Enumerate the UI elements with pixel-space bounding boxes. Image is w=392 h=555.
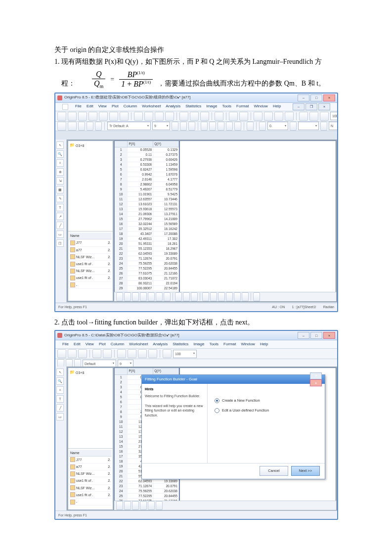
subscript-button[interactable] (209, 122, 216, 131)
project-item[interactable]: use1 fit of .2. (69, 492, 112, 499)
table-row[interactable]: 2051.9533118.261 (115, 241, 179, 246)
menu-format[interactable]: Format (236, 103, 249, 110)
tb2-cb[interactable] (148, 349, 157, 358)
menu-view[interactable]: View (98, 103, 107, 110)
font-dropdown[interactable]: Tr Default: A▾ (107, 122, 151, 130)
menu2-analysis[interactable]: Analysis (153, 341, 168, 348)
line-style-button[interactable] (259, 122, 266, 131)
menu-help[interactable]: Help (273, 103, 281, 110)
gt2-6[interactable] (156, 501, 163, 510)
template-library-button[interactable] (253, 292, 260, 301)
minimize-button[interactable]: – (298, 94, 309, 101)
table-row[interactable]: 2677.6107521.12166 (115, 271, 179, 276)
menu2-edit[interactable]: Edit (74, 341, 81, 348)
col-header-p[interactable]: P(X) (128, 141, 153, 147)
tb2-import[interactable] (92, 349, 101, 358)
spark-button[interactable] (242, 292, 249, 301)
project-item[interactable]: - (69, 282, 112, 289)
project-explorer-button[interactable] (254, 112, 262, 121)
table-row[interactable]: 72.01464.1777 (115, 177, 179, 182)
radio-icon[interactable] (215, 408, 219, 413)
open-button[interactable] (134, 112, 143, 121)
table-row[interactable]: 2783.0304321.71872 (115, 276, 179, 281)
waterfall-plot-button[interactable] (234, 292, 241, 301)
mdi-restore-button[interactable]: ❐ (305, 103, 317, 110)
table-row[interactable]: 95.492678.51779 (115, 187, 179, 192)
menu-edit[interactable]: Edit (87, 103, 93, 110)
mask-tool-icon[interactable]: ▦ (56, 186, 64, 193)
opt-n-dropdown[interactable]: N▾ (329, 122, 337, 130)
line-width-dropdown[interactable]: 0.▾ (267, 122, 288, 130)
ternary-plot-button[interactable] (218, 292, 225, 301)
text-tool-icon[interactable]: T (56, 204, 64, 211)
menu-tools[interactable]: Tools (222, 103, 231, 110)
table-row[interactable]: 1735.3251216.16242 (115, 227, 179, 231)
data-selector-icon[interactable]: ⇲ (56, 177, 64, 185)
italic-button[interactable] (180, 122, 187, 131)
project-folder[interactable]: O3+8 (70, 142, 111, 149)
mdi-minimize-button[interactable]: – (293, 103, 305, 110)
maximize-button-2[interactable]: □ (310, 332, 322, 339)
import-wizard-button[interactable] (179, 112, 188, 121)
table-row[interactable]: 82.988626.04958 (115, 182, 179, 187)
data-reader-icon[interactable]: + (56, 159, 64, 167)
image-plot-button[interactable] (191, 292, 198, 301)
polar-plot-button[interactable] (226, 292, 233, 301)
tb2-open[interactable] (68, 349, 77, 358)
superscript-button[interactable] (201, 122, 208, 131)
rectangle-tool-icon[interactable]: ▭ (56, 231, 64, 238)
menu2-view[interactable]: View (86, 341, 94, 348)
table-row[interactable]: 2155.1235318.2967 (115, 246, 179, 251)
greek-button[interactable] (218, 122, 224, 131)
cut-button[interactable] (78, 122, 85, 131)
save-template-button[interactable] (165, 112, 174, 121)
menu-statistics[interactable]: Statistics (185, 103, 201, 110)
3d-plot-button[interactable] (175, 292, 182, 301)
recalculate-button[interactable] (215, 112, 223, 121)
project-item[interactable]: J772. (69, 239, 112, 246)
table-row[interactable]: 10.055280.1329 (115, 147, 179, 152)
line-color-button[interactable] (290, 122, 297, 131)
tb2-log[interactable] (128, 349, 136, 358)
tb2-print[interactable] (103, 349, 112, 358)
table-row[interactable]: 1843.340717.20088 (115, 231, 179, 236)
close-button[interactable]: × (323, 94, 335, 101)
code-builder-button[interactable] (285, 112, 294, 121)
table-row[interactable]: 29100.0006722.54189 (115, 286, 179, 291)
table-row[interactable]: 40.533061.13459 (115, 162, 179, 167)
pointer-tool-icon-2[interactable]: ↖ (56, 369, 64, 376)
new-excel-button[interactable] (78, 112, 87, 121)
project-item[interactable]: - (69, 499, 112, 506)
menu2-plot[interactable]: Plot (99, 341, 106, 348)
line-tool-icon-2[interactable]: ╱ (56, 404, 64, 412)
menu-worksheet[interactable]: Worksheet (142, 103, 161, 110)
stock-plot-button[interactable] (202, 292, 209, 301)
line-symbol-button[interactable] (132, 292, 139, 301)
zoom-tool-icon-2[interactable]: 🔍 (56, 377, 64, 385)
project-item[interactable]: use1 fit of .2. (69, 275, 112, 281)
menu2-file[interactable]: File (62, 341, 69, 348)
menu2-statistics[interactable]: Statistics (173, 341, 188, 348)
table-row[interactable]: 2577.5229520.84455 (115, 494, 179, 499)
column-plot-button[interactable] (140, 292, 147, 301)
gt2-4[interactable] (140, 501, 147, 510)
project-item[interactable]: use1 fit of .2. (69, 261, 112, 268)
bar-plot-button[interactable] (148, 292, 155, 301)
arrow-tool-icon[interactable]: ↗ (56, 213, 64, 220)
new-graph-button[interactable] (88, 112, 97, 121)
text-tool-icon-2[interactable]: T (56, 395, 64, 403)
add-column-button[interactable] (299, 112, 308, 121)
fill-dropdown[interactable]: ▾ (298, 122, 319, 130)
line-tool-icon[interactable]: ╱ (56, 222, 64, 229)
area-plot-button[interactable] (156, 292, 163, 301)
cancel-button[interactable]: Cancel (260, 466, 288, 476)
fill-color-button[interactable] (320, 122, 327, 131)
project-item[interactable]: NLSF Wiz...2. (69, 470, 112, 477)
maximize-button[interactable]: □ (310, 94, 322, 101)
tb2-refresh[interactable] (163, 349, 172, 358)
new-notes-button[interactable] (109, 112, 118, 121)
screen-reader-icon[interactable]: ⊕ (56, 168, 64, 176)
table-row[interactable]: 2886.9321122.0194 (115, 281, 179, 286)
table-row[interactable]: 1011.019019.5425 (115, 192, 179, 197)
tb2-zoom[interactable]: 100▾ (173, 350, 197, 358)
